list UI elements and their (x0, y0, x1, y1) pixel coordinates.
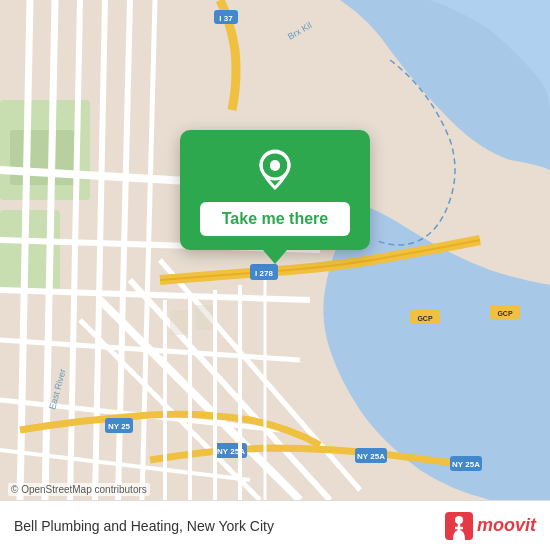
moovit-logo: moovit (445, 512, 536, 540)
svg-line-6 (70, 0, 80, 500)
svg-rect-22 (214, 10, 238, 24)
svg-rect-30 (450, 456, 482, 471)
svg-line-13 (80, 320, 260, 500)
svg-rect-32 (410, 310, 440, 324)
svg-text:NY 25A: NY 25A (357, 452, 385, 461)
svg-text:I 37: I 37 (219, 14, 233, 23)
svg-rect-20 (250, 264, 278, 280)
svg-line-17 (0, 340, 300, 360)
svg-rect-34 (490, 305, 520, 319)
svg-text:I 278: I 278 (255, 269, 273, 278)
svg-rect-43 (170, 310, 188, 335)
svg-text:GCP: GCP (497, 310, 513, 317)
moovit-brand-label: moovit (477, 515, 536, 536)
svg-line-4 (20, 0, 30, 500)
svg-text:NY 25A: NY 25A (217, 447, 245, 456)
info-bar: Bell Plumbing and Heating, New York City… (0, 500, 550, 550)
svg-point-49 (455, 516, 463, 524)
copyright-text: © OpenStreetMap contributors (8, 483, 150, 496)
svg-line-11 (130, 280, 330, 500)
svg-line-19 (0, 450, 250, 480)
moovit-logo-icon (445, 512, 473, 540)
svg-rect-24 (105, 418, 133, 433)
popup-card: Take me there (180, 130, 370, 250)
location-pin-icon (253, 148, 297, 192)
svg-text:GCP: GCP (417, 315, 433, 322)
svg-line-8 (118, 0, 130, 500)
svg-line-5 (45, 0, 55, 500)
svg-line-7 (95, 0, 105, 500)
take-me-there-button[interactable]: Take me there (200, 202, 350, 236)
svg-line-10 (100, 300, 300, 500)
svg-rect-44 (195, 305, 213, 330)
svg-rect-2 (0, 210, 60, 290)
location-label: Bell Plumbing and Heating, New York City (14, 518, 274, 534)
svg-text:Brx Kil: Brx Kil (286, 20, 314, 42)
svg-point-47 (270, 161, 280, 171)
svg-line-18 (0, 400, 280, 430)
svg-text:NY 25A: NY 25A (452, 460, 480, 469)
svg-text:NY 25: NY 25 (108, 422, 131, 431)
svg-text:East River: East River (47, 368, 67, 411)
svg-line-9 (142, 0, 155, 500)
svg-line-12 (160, 260, 360, 490)
svg-rect-26 (215, 443, 247, 458)
svg-rect-3 (10, 130, 75, 185)
svg-line-16 (0, 290, 310, 300)
svg-rect-1 (0, 100, 90, 200)
svg-rect-28 (355, 448, 387, 463)
